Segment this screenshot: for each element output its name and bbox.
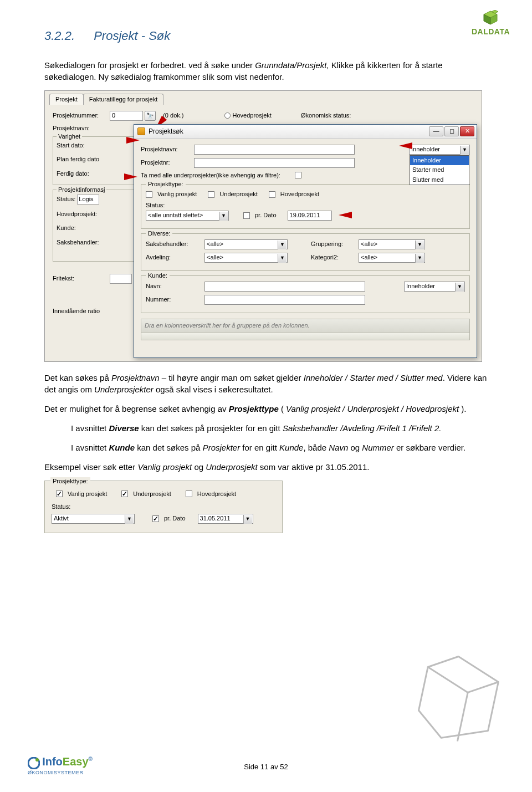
chevron-down-icon: ▼ bbox=[460, 146, 469, 155]
group-varighet: Varighet bbox=[57, 132, 82, 141]
label-pr-dato: pr. Dato bbox=[255, 211, 277, 219]
group-prosjektinfo: Prosjektinformasj bbox=[57, 186, 106, 194]
checkbox-ta-med-under[interactable] bbox=[295, 172, 301, 178]
chevron-down-icon: ▼ bbox=[219, 212, 228, 221]
checkbox-hovedprosjekt[interactable] bbox=[269, 191, 275, 198]
combo-status[interactable]: <alle unntatt slettet>▼ bbox=[146, 211, 229, 221]
input-prosjektnavn[interactable] bbox=[194, 145, 355, 155]
dialog-title-text: Prosjektsøk bbox=[149, 127, 183, 136]
combo-status-2[interactable]: Aktivt▼ bbox=[52, 514, 135, 524]
checkbox-vanlig-prosjekt[interactable] bbox=[146, 191, 152, 198]
grid-group-hint[interactable]: Dra en kolonneoverskrift her for å grupp… bbox=[141, 319, 470, 333]
combo-gruppering[interactable]: <alle>▼ bbox=[359, 239, 425, 249]
input-pr-dato[interactable]: 19.09.2011 bbox=[288, 211, 332, 221]
red-arrow-icon bbox=[399, 142, 412, 149]
binoculars-icon[interactable]: 🔭 bbox=[145, 111, 156, 121]
checkbox-underprosjekt[interactable] bbox=[208, 191, 214, 198]
label-kategori2: Kategori2: bbox=[311, 253, 355, 262]
paragraph-4: I avsnittet Diverse kan det søkes på pro… bbox=[71, 422, 488, 434]
input-fritekst[interactable] bbox=[110, 274, 132, 284]
combo-match-type[interactable]: Inneholder ▼ Inneholder Starter med Slut… bbox=[409, 145, 470, 155]
tab-prosjekt[interactable]: Prosjekt bbox=[49, 94, 84, 105]
checkbox-vanlig-2[interactable] bbox=[56, 490, 63, 497]
chevron-down-icon: ▼ bbox=[125, 515, 134, 524]
combo-kategori2[interactable]: <alle>▼ bbox=[359, 253, 425, 263]
label-okonomisk-status: Økonomisk status: bbox=[301, 112, 351, 119]
input-kunde-navn[interactable] bbox=[204, 282, 365, 292]
label-kunde-navn: Navn: bbox=[146, 282, 201, 290]
brand-logo-top: DALDATA bbox=[472, 10, 510, 38]
checkbox-under-2[interactable] bbox=[121, 490, 128, 497]
red-arrow-icon bbox=[339, 212, 352, 218]
label-hovedprosjekt-bg: Hovedprosjekt: bbox=[57, 210, 132, 218]
label-status-bg: Status: bbox=[57, 196, 75, 202]
window-maximize-button[interactable]: ◻ bbox=[444, 126, 459, 136]
label-plan-ferdig: Plan ferdig dato bbox=[57, 155, 132, 163]
legend-prosjekttype-2: Prosjekttype: bbox=[50, 477, 90, 486]
input-prosjektnr[interactable] bbox=[194, 158, 355, 168]
dialog-prosjektsok: Prosjektsøk — ◻ ✕ Prosjektnavn: Innehold… bbox=[134, 124, 477, 358]
combo-kunde-match[interactable]: Inneholder▼ bbox=[404, 282, 465, 292]
checkbox-pr-dato[interactable] bbox=[243, 212, 250, 219]
paragraph-3: Det er mulighet for å begrense søket avh… bbox=[44, 403, 488, 415]
label-ferdig-dato: Ferdig dato: bbox=[57, 170, 132, 178]
group-kunde: Kunde: Navn: Inneholder▼ Nummer: bbox=[141, 275, 470, 313]
dialog-icon bbox=[137, 127, 145, 135]
red-arrow-icon bbox=[124, 173, 137, 180]
label-status-2: Status: bbox=[52, 503, 277, 511]
input-prosjektnummer[interactable]: 0 bbox=[110, 111, 143, 121]
combo-option[interactable]: Inneholder bbox=[410, 156, 469, 165]
section-number: 3.2.2. bbox=[44, 29, 75, 43]
chevron-down-icon: ▼ bbox=[278, 254, 287, 263]
window-close-button[interactable]: ✕ bbox=[460, 126, 474, 136]
paragraph-5: I avsnittet Kunde kan det søkes på Prosj… bbox=[71, 442, 488, 453]
label-start-dato: Start dato: bbox=[57, 141, 132, 150]
tab-fakturatillegg[interactable]: Fakturatillegg for prosjekt bbox=[83, 94, 164, 105]
label-tamed-under: Ta med alle underprosjekter(ikke avhengi… bbox=[141, 171, 280, 180]
label-prosjektnavn-bg: Prosjektnavn: bbox=[53, 124, 108, 132]
dialog-titlebar: Prosjektsøk — ◻ ✕ bbox=[134, 125, 477, 139]
label-innestaende: Innestående ratio bbox=[53, 308, 100, 314]
red-arrow-icon bbox=[126, 137, 140, 144]
label-kunde-nummer: Nummer: bbox=[146, 295, 201, 304]
doc-count: (0 dok.) bbox=[163, 112, 183, 119]
radio-hovedprosjekt[interactable] bbox=[224, 113, 231, 119]
group-diverse: Diverse: Saksbehandler: <alle>▼ Grupperi… bbox=[141, 233, 470, 271]
chevron-down-icon: ▼ bbox=[455, 283, 464, 292]
brand-name: DALDATA bbox=[472, 27, 510, 38]
page-number: Side 11 av 52 bbox=[0, 762, 532, 772]
checkbox-pr-dato-2[interactable] bbox=[152, 515, 159, 522]
legend-prosjekttype: Prosjekttype: bbox=[146, 180, 186, 188]
section-title: Prosjekt - Søk bbox=[94, 29, 170, 43]
paragraph-2: Det kan søkes på Prosjektnavn – til høyr… bbox=[44, 372, 488, 395]
input-pr-dato-2[interactable]: 31.05.2011▼ bbox=[198, 514, 253, 524]
combo-avdeling[interactable]: <alle>▼ bbox=[204, 253, 288, 263]
section-heading: 3.2.2. Prosjekt - Søk bbox=[44, 28, 488, 45]
chevron-down-icon: ▼ bbox=[415, 254, 424, 263]
chevron-down-icon: ▼ bbox=[243, 515, 252, 524]
chevron-down-icon: ▼ bbox=[415, 241, 424, 249]
label-saksbehandler-bg: Saksbehandler: bbox=[57, 238, 132, 247]
label-pr-dato-2: pr. Dato bbox=[164, 514, 186, 523]
legend-diverse: Diverse: bbox=[146, 229, 172, 238]
input-status-bg[interactable]: Logis bbox=[77, 195, 99, 205]
checkbox-hoved-2[interactable] bbox=[186, 490, 192, 497]
label-fritekst: Fritekst: bbox=[53, 274, 108, 283]
paragraph-6: Eksempel viser søk etter Vanlig prosjekt… bbox=[44, 461, 488, 473]
group-prosjekttype: Prosjekttype: Vanlig prosjekt Underprosj… bbox=[141, 184, 470, 229]
decorative-cube-icon bbox=[416, 653, 515, 753]
combo-match-list: Inneholder Starter med Slutter med bbox=[410, 155, 469, 185]
label-gruppering: Gruppering: bbox=[311, 240, 355, 248]
label-saksbehandler: Saksbehandler: bbox=[146, 240, 201, 248]
label-prosjektnummer: Prosjektnummer: bbox=[53, 111, 108, 120]
label-status: Status: bbox=[146, 201, 465, 210]
daldata-cube-icon bbox=[479, 10, 502, 27]
screenshot-example-filter: Prosjekttype: Vanlig prosjekt Underprosj… bbox=[44, 481, 283, 533]
chevron-down-icon: ▼ bbox=[278, 241, 287, 249]
combo-saksbehandler[interactable]: <alle>▼ bbox=[204, 239, 288, 249]
combo-option[interactable]: Starter med bbox=[410, 165, 469, 175]
window-minimize-button[interactable]: — bbox=[429, 126, 443, 136]
svg-point-6 bbox=[35, 758, 39, 762]
input-kunde-nummer[interactable] bbox=[204, 295, 365, 305]
combo-option[interactable]: Slutter med bbox=[410, 175, 469, 185]
